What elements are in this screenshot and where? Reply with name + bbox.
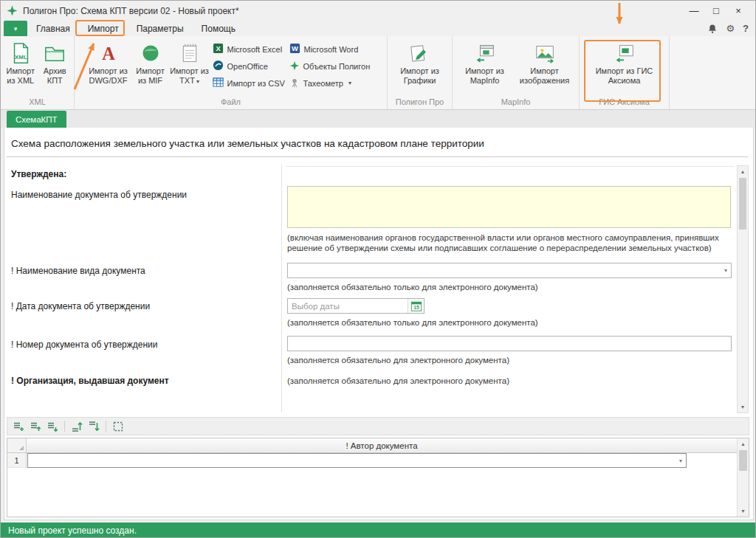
move-row-down-button[interactable] xyxy=(86,419,101,434)
add-row-icon xyxy=(13,421,24,432)
ribbon-group-xml: XML Импорт из XML Архив КПТ XML xyxy=(1,36,75,109)
toolbar-separator xyxy=(106,421,106,432)
table-scrollbar-thumb[interactable] xyxy=(739,450,747,471)
import-word-label: Microsoft Word xyxy=(304,45,359,54)
tab-pomosh[interactable]: Помощь xyxy=(193,21,244,36)
import-xml-button[interactable]: XML Импорт из XML xyxy=(3,38,38,97)
table-scrollbar[interactable]: ▲ ▼ xyxy=(737,438,749,517)
import-dwg-button[interactable]: A Импорт из DWG/DXF xyxy=(85,38,132,97)
import-mapinfo-label: Импорт из MapInfo xyxy=(456,66,514,86)
field-label-organization: ! Организация, выдавшая документ xyxy=(11,376,277,386)
authors-table: ! Автор документа 1 ▾ ▲ ▼ xyxy=(7,438,749,517)
tab-shema-kpt[interactable]: СхемаКПТ xyxy=(7,111,66,128)
help-icon[interactable]: ? xyxy=(743,23,749,34)
tacheometer-button[interactable]: Тахеометр ▾ xyxy=(287,76,377,90)
scroll-down-icon[interactable]: ▼ xyxy=(738,506,749,517)
scroll-down-icon[interactable]: ▼ xyxy=(738,401,748,413)
import-mapinfo-button[interactable]: Импорт из MapInfo xyxy=(456,38,514,97)
doc-name-textarea[interactable] xyxy=(287,186,731,228)
close-button[interactable]: × xyxy=(730,4,746,18)
import-csv-button[interactable]: Импорт из CSV xyxy=(210,76,287,90)
move-row-up-icon xyxy=(71,421,83,432)
doc-number-hint: (заполняется обязательно для электронног… xyxy=(287,355,735,365)
menubar: ▾ Главная Импорт Параметры Помощь ⚙ ? xyxy=(1,21,755,36)
ribbon-group-axioma-content: Импорт из ГИС Аксиома xyxy=(580,36,669,97)
import-image-button[interactable]: Импорт изображения xyxy=(514,38,576,97)
import-mif-label: Импорт из MIF xyxy=(132,66,169,86)
svg-text:W: W xyxy=(292,45,298,52)
import-txt-button[interactable]: Импорт из TXT▾ xyxy=(169,38,210,97)
import-graphics-label: Импорт из Графики xyxy=(394,66,447,86)
combo-chevron-icon: ▾ xyxy=(679,458,686,464)
fit-size-button[interactable] xyxy=(111,419,126,434)
document-tabs: СхемаКПТ xyxy=(1,110,755,128)
tacheometer-label: Тахеометр xyxy=(303,79,343,88)
import-graphics-button[interactable]: Импорт из Графики xyxy=(394,38,447,97)
file-group-column-2: W Microsoft Word Объекты Полигон Тахеоме… xyxy=(287,38,377,97)
excel-icon: X xyxy=(213,43,224,55)
folder-archive-icon xyxy=(44,41,66,65)
archive-kpt-label: Архив КПТ xyxy=(38,66,72,86)
ribbon-group-mapinfo: Импорт из MapInfo Импорт изображения Map… xyxy=(453,36,580,109)
table-corner-cell[interactable] xyxy=(7,438,27,453)
import-openoffice-button[interactable]: OpenOffice xyxy=(210,59,287,73)
scroll-up-icon[interactable]: ▲ xyxy=(738,438,749,449)
insert-row-above-button[interactable] xyxy=(28,419,43,434)
form-top-divider xyxy=(286,166,735,167)
table-header-author[interactable]: ! Автор документа xyxy=(27,438,737,453)
ribbon-group-mapinfo-label: MapInfo xyxy=(453,97,579,109)
app-window: Полигон Про: Схема КПТ версии 02 - Новый… xyxy=(0,0,756,538)
import-image-label: Импорт изображения xyxy=(514,66,576,86)
scroll-up-icon[interactable]: ▲ xyxy=(738,166,748,177)
svg-text:XML: XML xyxy=(15,53,27,60)
import-word-button[interactable]: W Microsoft Word xyxy=(287,42,377,56)
polygon-objects-button[interactable]: Объекты Полигон xyxy=(287,59,377,73)
import-csv-label: Импорт из CSV xyxy=(227,79,285,88)
ribbon-group-file-content: A Импорт из DWG/DXF Импорт из MIF Импорт… xyxy=(75,36,387,97)
ribbon-group-polygon-pro-content: Импорт из Графики xyxy=(388,36,452,97)
move-row-down-icon xyxy=(88,421,100,432)
bell-icon[interactable] xyxy=(707,24,718,34)
toolbar-separator xyxy=(64,421,65,432)
doc-number-input[interactable] xyxy=(287,336,732,351)
tab-import[interactable]: Импорт xyxy=(79,21,128,36)
import-excel-button[interactable]: X Microsoft Excel xyxy=(210,42,287,56)
organization-hint: (заполняется обязательно для электронног… xyxy=(287,376,735,386)
archive-kpt-button[interactable]: Архив КПТ xyxy=(38,38,72,97)
titlebar: Полигон Про: Схема КПТ версии 02 - Новый… xyxy=(1,1,755,21)
ribbon-group-mapinfo-content: Импорт из MapInfo Импорт изображения xyxy=(453,36,579,97)
svg-text:15: 15 xyxy=(413,305,419,310)
maximize-button[interactable]: □ xyxy=(708,4,724,18)
row-number-cell[interactable]: 1 xyxy=(7,453,27,468)
csv-table-icon xyxy=(213,77,224,89)
form-scrollbar-thumb[interactable] xyxy=(739,178,746,230)
form-scrollbar[interactable]: ▲ ▼ xyxy=(737,165,749,413)
author-combobox[interactable]: ▾ xyxy=(27,453,687,468)
import-mif-button[interactable]: Импорт из MIF xyxy=(132,38,169,97)
move-row-up-button[interactable] xyxy=(69,419,84,434)
app-menu-arrow-icon: ▾ xyxy=(14,25,18,32)
settings-gear-icon[interactable]: ⚙ xyxy=(726,23,735,34)
ribbon-group-axioma-label: ГИС Аксиома xyxy=(580,97,669,109)
polygon-star-icon xyxy=(289,61,300,72)
calendar-icon: 15 xyxy=(410,300,422,312)
add-row-button[interactable] xyxy=(11,419,26,434)
app-menu-button[interactable]: ▾ xyxy=(4,21,27,36)
doc-type-combobox[interactable]: ▾ xyxy=(287,263,732,278)
doc-date-input[interactable] xyxy=(288,302,408,311)
form-title: Схема расположения земельного участка ил… xyxy=(11,138,484,149)
tab-parametry[interactable]: Параметры xyxy=(128,21,193,36)
ribbon-group-xml-label: XML xyxy=(1,97,74,109)
statusbar: Новый проект успешно создан. xyxy=(1,523,756,538)
table-header-row: ! Автор документа xyxy=(7,438,737,453)
calendar-button[interactable]: 15 xyxy=(408,299,424,313)
status-message: Новый проект успешно создан. xyxy=(8,525,137,536)
insert-row-below-button[interactable] xyxy=(45,419,60,434)
mapinfo-window-icon xyxy=(474,41,496,65)
minimize-button[interactable]: — xyxy=(686,4,702,18)
import-axioma-button[interactable]: Импорт из ГИС Аксиома xyxy=(590,38,659,97)
word-icon: W xyxy=(289,43,300,55)
tab-glavnaya[interactable]: Главная xyxy=(27,21,79,36)
doc-name-hint: (включая наименования органов государств… xyxy=(287,232,735,253)
ribbon-group-axioma: Импорт из ГИС Аксиома ГИС Аксиома xyxy=(580,36,670,109)
